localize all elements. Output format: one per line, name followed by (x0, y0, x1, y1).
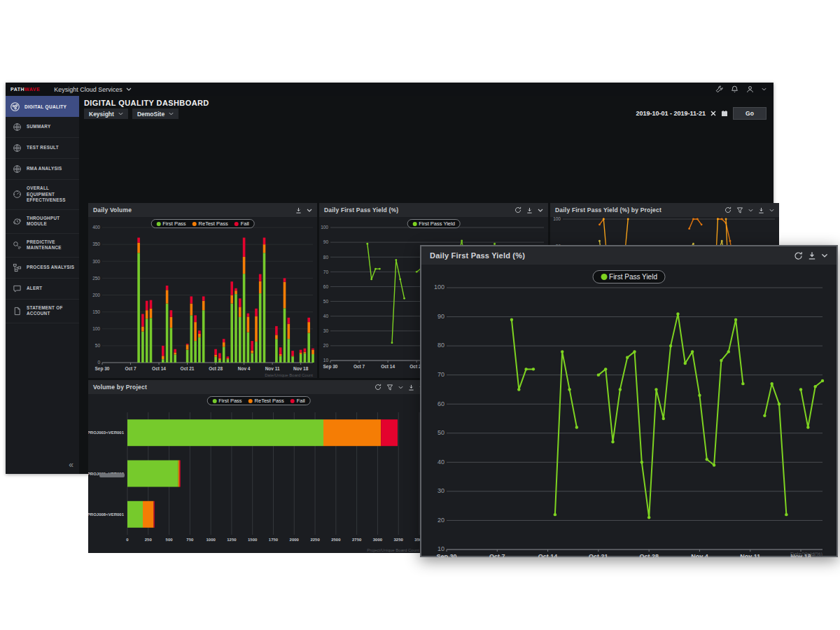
download-icon[interactable] (808, 251, 816, 260)
user-account-icon[interactable] (746, 85, 754, 93)
legend-item[interactable]: First Pass Yield (412, 220, 455, 227)
sidebar-item-throughput-module[interactable]: THROUGHPUT MODULE (6, 210, 79, 234)
sidebar-collapse-button[interactable]: « (69, 460, 74, 470)
tools-icon[interactable] (715, 85, 723, 93)
legend: First Pass Yield (592, 270, 666, 284)
svg-text:10: 10 (438, 545, 444, 552)
filter-icon[interactable] (736, 207, 743, 214)
sidebar-item-rma-analysis[interactable]: RMA ANALYSIS (6, 159, 79, 180)
sidebar-item-process-analysis[interactable]: PROCESS ANALYSIS (6, 258, 79, 279)
throughput-icon (13, 217, 22, 226)
svg-text:100: 100 (321, 225, 328, 230)
legend-dot-icon (601, 274, 607, 280)
globe-icon (13, 144, 22, 153)
chevron-down-icon[interactable] (307, 209, 312, 212)
digital-quality-icon (10, 102, 20, 112)
svg-text:Oct 14: Oct 14 (152, 366, 166, 371)
site-selector-dropdown[interactable]: DemoSite (132, 108, 178, 119)
refresh-icon[interactable] (374, 384, 382, 391)
legend-label: First Pass (162, 220, 186, 227)
svg-text:300: 300 (92, 259, 100, 264)
chevron-down-icon (169, 112, 174, 115)
panel-actions (724, 206, 774, 214)
legend-label: First Pass Yield (609, 273, 657, 281)
daily-volume-chart: 050100150200250300350400Sep 30Oct 7Oct 1… (88, 217, 317, 378)
chevron-down-icon[interactable] (762, 88, 766, 91)
chevron-down-icon (126, 88, 132, 91)
svg-text:10: 10 (323, 358, 329, 363)
legend: First PassReTest PassFail (150, 219, 255, 228)
sidebar-item-label: PROCESS ANALYSIS (27, 265, 74, 271)
legend-item[interactable]: First Pass Yield (601, 273, 657, 281)
chevron-down-icon[interactable] (821, 253, 828, 258)
panel-daily-volume: Daily Volume First PassReTest PassFail 0… (88, 203, 317, 378)
overlay-first-pass-yield-chart: 102030405060708090100Sep 30Oct 7Oct 14Oc… (421, 265, 835, 557)
gauge-icon (13, 190, 22, 199)
download-icon[interactable] (758, 207, 764, 214)
legend-item[interactable]: ReTest Pass (192, 220, 228, 227)
download-icon[interactable] (526, 207, 533, 214)
sidebar-item-test-result[interactable]: TEST RESULT (6, 138, 79, 159)
go-button[interactable]: Go (733, 107, 766, 120)
sidebar-item-digital-quality[interactable]: DIGITAL QUALITY (6, 96, 79, 117)
date-range-value[interactable]: 2019-10-01 - 2019-11-21 (636, 110, 706, 117)
svg-text:Oct 21: Oct 21 (589, 553, 608, 557)
legend-dot-icon (156, 222, 160, 226)
svg-text:30: 30 (438, 487, 444, 494)
svg-text:30: 30 (323, 328, 329, 333)
org-selector-dropdown[interactable]: Keysight (84, 108, 128, 119)
svg-text:60: 60 (323, 284, 329, 289)
refresh-icon[interactable] (724, 206, 732, 214)
svg-text:20: 20 (323, 343, 329, 348)
legend-item[interactable]: First Pass (212, 398, 241, 404)
legend-item[interactable]: Fail (234, 220, 249, 227)
sidebar-item-alert[interactable]: ALERT (6, 279, 79, 300)
sidebar-item-label: PREDICTIVE MAINTENANCE (27, 239, 75, 251)
sidebar-item-label: ALERT (27, 286, 43, 292)
horizontal-scrollbar-thumb[interactable] (99, 473, 125, 477)
svg-text:100: 100 (553, 217, 561, 221)
svg-text:Oct 28: Oct 28 (209, 366, 223, 371)
chat-icon (13, 284, 22, 293)
legend-label: ReTest Pass (199, 220, 228, 227)
legend-item[interactable]: First Pass (156, 220, 186, 227)
svg-text:Oct 28: Oct 28 (639, 553, 659, 557)
svg-text:100: 100 (434, 284, 444, 290)
sidebar-item-summary[interactable]: SUMMARY (6, 117, 79, 138)
download-icon[interactable] (408, 384, 414, 391)
panel-header: Volume by Project (88, 380, 429, 394)
page-title: DIGITAL QUALITY DASHBOARD (84, 99, 209, 107)
chevron-down-icon[interactable] (538, 209, 543, 212)
refresh-icon[interactable] (514, 206, 522, 214)
chevron-down-icon[interactable] (748, 209, 753, 212)
chevron-down-icon[interactable] (398, 386, 403, 389)
download-icon[interactable] (295, 207, 302, 214)
svg-text:150: 150 (92, 309, 100, 314)
legend-dot-icon (290, 399, 295, 403)
svg-text:Date/Unique Board Count: Date/Unique Board Count (265, 373, 313, 377)
panel-body: First Pass Yield 102030405060708090100Se… (421, 265, 836, 556)
sidebar-item-statement-of-account[interactable]: STATEMENT OF ACCOUNT (6, 300, 79, 323)
panel-body: First PassReTest PassFail 02505007501000… (88, 394, 429, 553)
chevron-down-icon[interactable] (769, 209, 774, 212)
legend-item[interactable]: ReTest Pass (248, 398, 284, 404)
svg-text:750: 750 (186, 538, 194, 542)
calendar-icon[interactable] (721, 110, 728, 117)
notifications-bell-icon[interactable] (731, 85, 738, 93)
sidebar-item-overall-equipment-effectiveness[interactable]: OVERALL EQUIPMENT EFFECTIVENESS (6, 180, 79, 210)
legend-label: ReTest Pass (255, 398, 284, 404)
svg-text:Nov 4: Nov 4 (691, 553, 708, 557)
filter-icon[interactable] (386, 384, 393, 391)
legend-item[interactable]: Fail (290, 398, 305, 404)
svg-text:Nov 4: Nov 4 (238, 366, 251, 371)
document-icon (13, 307, 22, 316)
svg-text:2250: 2250 (310, 538, 320, 542)
sidebar-item-predictive-maintenance[interactable]: PREDICTIVE MAINTENANCE (6, 234, 79, 258)
svg-text:90: 90 (323, 239, 329, 244)
svg-text:Project/Unique Board Count: Project/Unique Board Count (367, 548, 419, 552)
svg-text:2000: 2000 (290, 538, 300, 542)
refresh-icon[interactable] (794, 251, 803, 260)
panel-title: Daily First Pass Yield (%) (324, 206, 398, 214)
clear-date-icon[interactable] (710, 111, 716, 116)
product-switcher[interactable]: Keysight Cloud Services (54, 86, 132, 93)
